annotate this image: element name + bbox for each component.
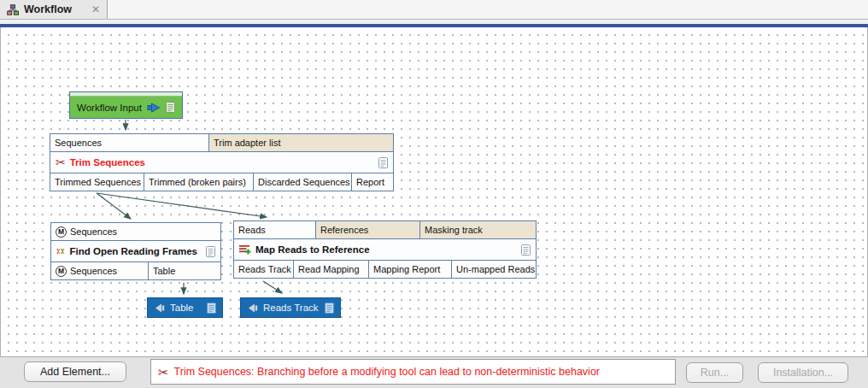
map-reads-icon [239, 244, 251, 255]
m-badge-icon: M [56, 266, 67, 277]
m-badge-icon: M [56, 226, 67, 238]
status-message-box: ✂ Trim Sequences: Branching before a mod… [150, 359, 676, 385]
output-port-trimmed-broken-pairs[interactable]: Trimmed (broken pairs) [144, 173, 254, 191]
output-arrow-icon [154, 303, 165, 313]
find-orf-icon [56, 247, 65, 256]
output-port-report[interactable]: Report [352, 173, 393, 191]
run-button[interactable]: Run... [686, 362, 743, 383]
footer-toolbar: Add Element... ✂ Trim Sequences: Branchi… [0, 356, 868, 388]
input-port-masking-track[interactable]: Masking track [420, 221, 536, 238]
output-port-table[interactable]: Table [149, 262, 220, 279]
trim-sequences-icon: ✂ [56, 156, 66, 168]
document-icon [378, 157, 388, 168]
tab-label: Workflow [24, 3, 86, 15]
output-port-read-mapping[interactable]: Read Mapping [294, 261, 369, 278]
port-label: Masking track [425, 221, 483, 238]
workflow-tab-icon [7, 4, 19, 15]
port-label: Sequences [55, 134, 102, 151]
input-port-references[interactable]: References [316, 221, 420, 238]
port-label: Table [153, 262, 175, 279]
port-label: Reads [238, 221, 266, 238]
node-workflow-input[interactable]: Workflow Input [69, 91, 183, 119]
connections-layer [1, 27, 867, 356]
node-output-reads-track[interactable]: Reads Track [240, 297, 341, 318]
port-label: Trimmed (broken pairs) [149, 173, 246, 191]
node-title: Workflow Input [77, 103, 142, 113]
input-arrow-icon [147, 103, 161, 113]
input-port-reads[interactable]: Reads [234, 221, 316, 238]
port-label: Mapping Report [373, 261, 440, 278]
tab-workflow[interactable]: Workflow ✕ [0, 0, 108, 19]
output-port-unmapped-reads[interactable]: Un-mapped Reads [452, 261, 536, 278]
port-label: Read Mapping [298, 261, 360, 278]
output-label: Table [170, 303, 202, 313]
port-label: References [320, 221, 368, 238]
add-element-button[interactable]: Add Element... [24, 362, 126, 382]
node-find-open-reading-frames[interactable]: M Sequences Find Open Reading Frames M [50, 222, 221, 280]
output-arrow-icon [247, 303, 258, 313]
document-icon [521, 244, 531, 256]
port-label: Sequences [70, 262, 117, 279]
document-icon [207, 303, 216, 314]
port-label: Discarded Sequences [258, 173, 350, 191]
tab-bar: Workflow ✕ [0, 0, 868, 20]
node-title: Trim Sequences [70, 157, 145, 168]
document-icon [206, 246, 215, 257]
document-icon [325, 303, 334, 314]
workflow-editor-window: Workflow ✕ Workflow Input [0, 0, 868, 388]
close-icon[interactable]: ✕ [91, 3, 100, 15]
workflow-canvas[interactable]: Workflow Input Sequences Trim adapter li… [0, 27, 868, 356]
output-port-discarded-sequences[interactable]: Discarded Sequences [254, 173, 352, 191]
port-label: Report [356, 173, 384, 191]
node-output-table[interactable]: Table [147, 297, 223, 318]
input-port-trim-adapter-list[interactable]: Trim adapter list [209, 134, 393, 151]
output-label: Reads Track [263, 303, 320, 313]
node-title: Map Reads to Reference [255, 244, 370, 255]
document-icon [166, 102, 175, 113]
node-trim-sequences[interactable]: Sequences Trim adapter list ✂ Trim Seque… [50, 133, 394, 191]
trim-sequences-icon: ✂ [158, 366, 169, 379]
input-port-sequences[interactable]: Sequences [50, 134, 209, 151]
port-label: Reads Track [238, 261, 291, 278]
port-label: Sequences [70, 223, 117, 240]
installation-button[interactable]: Installation... [758, 362, 848, 383]
input-port-sequences[interactable]: M Sequences [51, 223, 220, 240]
output-port-trimmed-sequences[interactable]: Trimmed Sequences [50, 173, 144, 191]
output-port-reads-track[interactable]: Reads Track [234, 261, 294, 278]
connection-arrow[interactable] [97, 193, 267, 217]
node-title: Find Open Reading Frames [69, 246, 197, 256]
node-map-reads-to-reference[interactable]: Reads References Masking track Map Reads [233, 220, 537, 279]
connection-arrow[interactable] [263, 281, 282, 293]
port-label: Trimmed Sequences [55, 173, 141, 191]
status-message: Trim Sequences: Branching before a modif… [174, 366, 600, 378]
port-label: Trim adapter list [214, 134, 280, 151]
port-label: Un-mapped Reads [456, 261, 535, 278]
output-port-sequences[interactable]: M Sequences [51, 262, 149, 279]
output-port-mapping-report[interactable]: Mapping Report [369, 261, 452, 278]
